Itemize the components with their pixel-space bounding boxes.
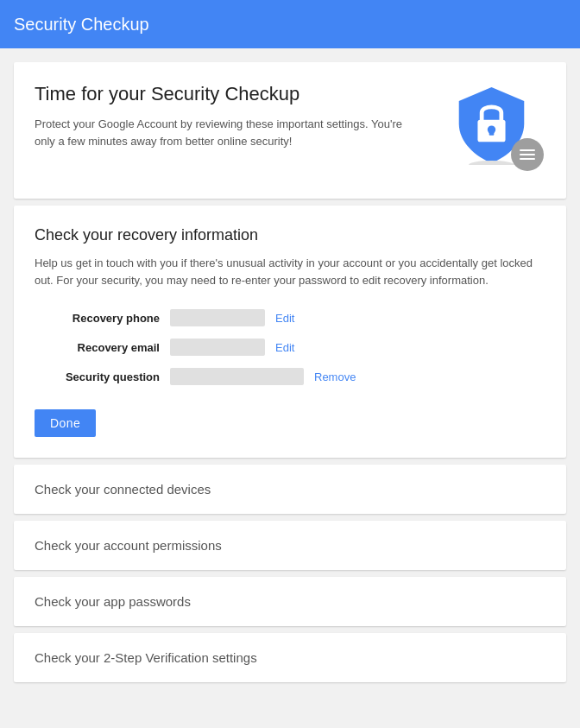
main-content: Time for your Security Checkup Protect y… [0,48,580,696]
two-step-verification-section[interactable]: Check your 2-Step Verification settings [14,633,566,682]
list-badge-icon [511,138,544,171]
done-button[interactable]: Done [35,409,96,437]
security-question-remove-link[interactable]: Remove [314,370,356,383]
svg-rect-2 [489,130,495,136]
hero-heading: Time for your Security Checkup [35,83,406,105]
info-rows: Recovery phone Edit Recovery email Edit … [35,309,545,385]
hero-description: Protect your Google Account by reviewing… [35,116,406,149]
recovery-phone-edit-link[interactable]: Edit [275,312,294,325]
recovery-email-value [170,339,265,356]
security-question-row: Security question Remove [35,368,545,385]
recovery-email-row: Recovery email Edit [35,339,545,356]
recovery-phone-row: Recovery phone Edit [35,309,545,326]
app-header: Security Checkup [0,0,580,48]
svg-point-3 [469,161,514,165]
shield-icon-container [451,83,545,178]
recovery-phone-value [170,309,265,326]
recovery-email-edit-link[interactable]: Edit [275,341,294,354]
security-question-label: Security question [35,370,160,383]
recovery-email-label: Recovery email [35,341,160,354]
recovery-phone-label: Recovery phone [35,312,160,325]
app-passwords-section[interactable]: Check your app passwords [14,577,566,626]
hero-card: Time for your Security Checkup Protect y… [14,62,566,199]
recovery-description: Help us get in touch with you if there's… [35,255,545,288]
recovery-heading: Check your recovery information [35,226,545,244]
hero-text: Time for your Security Checkup Protect y… [35,83,406,149]
recovery-card: Check your recovery information Help us … [14,206,566,458]
account-permissions-section[interactable]: Check your account permissions [14,521,566,570]
security-question-value [170,368,304,385]
connected-devices-section[interactable]: Check your connected devices [14,465,566,514]
page-title: Security Checkup [14,15,149,35]
